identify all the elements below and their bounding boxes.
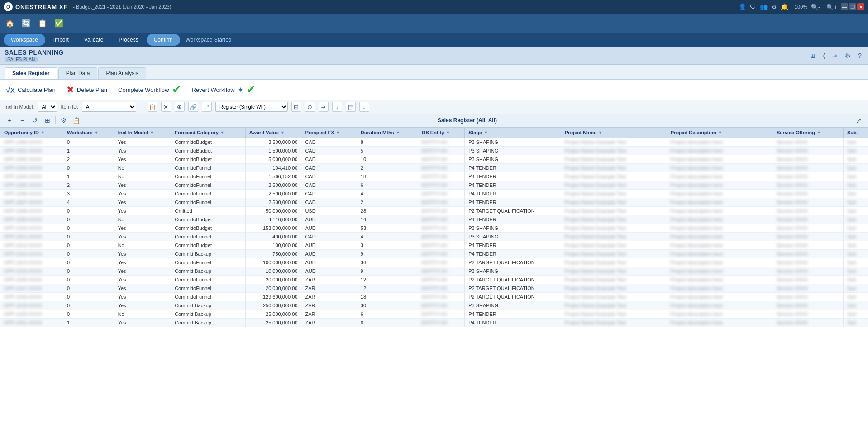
table-row[interactable]: OPP-1020-XXXX0NoCommitt Backup25,000,000… <box>0 310 868 319</box>
add-row-btn[interactable]: + <box>5 115 14 125</box>
table-row[interactable]: OPP-1015-XXXX0YesCommitt Backup10,000,00… <box>0 267 868 276</box>
zoom-out-btn[interactable]: 🔍- <box>811 4 820 10</box>
table-row[interactable]: OPP-1019-XXXX0YesCommitt Backup250,000,0… <box>0 301 868 310</box>
workflow-process[interactable]: Process <box>111 34 145 46</box>
col-prospect-fx[interactable]: Prospect FX ▼ <box>301 128 357 138</box>
table-row[interactable]: OPP-1002-XXXX2YesCommittoBudget5,000,000… <box>0 155 868 164</box>
filter-triangle-incl[interactable]: ▼ <box>150 130 154 135</box>
remove-row-btn[interactable]: − <box>17 115 27 125</box>
settings-icon[interactable]: ⚙ <box>771 3 777 10</box>
item-id-select[interactable]: All <box>82 102 136 112</box>
workflow-validate[interactable]: Validate <box>77 34 110 46</box>
workflow-import[interactable]: Import <box>46 34 76 46</box>
col-duration[interactable]: Duration Mths ▼ <box>357 128 418 138</box>
col-opportunity-id[interactable]: Opportunity ID ▼ <box>0 128 63 138</box>
shield-icon[interactable]: 🛡 <box>750 3 756 10</box>
filter-circle-icon[interactable]: ⊙ <box>305 102 315 112</box>
group-icon[interactable]: 👥 <box>760 3 768 10</box>
expand-table-btn[interactable]: ⤢ <box>854 115 863 125</box>
table-row[interactable]: OPP-1007-XXXX4YesCommittoFunnel2,500,000… <box>0 198 868 207</box>
filter-link-icon[interactable]: 🔗 <box>188 102 198 112</box>
workflow-workspace[interactable]: Workspace <box>4 34 45 46</box>
filter-triangle-desc[interactable]: ▼ <box>718 130 722 135</box>
table-row[interactable]: OPP-1001-XXXX1YesCommittoBudget1,500,000… <box>0 147 868 155</box>
filter-copy-icon[interactable]: 📋 <box>148 102 157 112</box>
filter-arrow-right-icon[interactable]: ➜ <box>319 102 329 112</box>
table-row[interactable]: OPP-1021-XXXX1YesCommitt Backup25,000,00… <box>0 319 868 327</box>
filter-triangle-award[interactable]: ▼ <box>281 130 285 135</box>
filter-clear-icon[interactable]: ✕ <box>161 102 171 112</box>
workflow-confirm[interactable]: Confirm <box>147 34 180 46</box>
filter-up-icon[interactable]: ▤ <box>346 102 356 112</box>
incl-model-select[interactable]: All <box>38 102 57 112</box>
bell-icon[interactable]: 🔔 <box>781 3 788 10</box>
config-btn[interactable]: ⚙ <box>58 115 68 125</box>
export-icon[interactable]: ⇥ <box>830 51 839 60</box>
zoom-in-btn[interactable]: 🔍+ <box>826 4 837 10</box>
table-row[interactable]: OPP-1012-XXXX0NoCommittoBudget100,000.00… <box>0 241 868 250</box>
filter-triangle-duration[interactable]: ▼ <box>396 130 400 135</box>
filter-grid-icon[interactable]: ⊞ <box>291 102 301 112</box>
delete-plan-btn[interactable]: ✖ Delete Plan <box>67 84 107 95</box>
filter-down-icon[interactable]: ↓ <box>332 102 342 112</box>
filter-triangle-forecast[interactable]: ▼ <box>220 130 224 135</box>
app-help-icon[interactable]: ? <box>856 51 863 60</box>
table-row[interactable]: OPP-1004-XXXX1NoCommittoFunnel1,566,152.… <box>0 172 868 181</box>
col-incl-in-model[interactable]: Incl In Model ▼ <box>114 128 171 138</box>
col-project-name[interactable]: Project Name ▼ <box>561 128 667 138</box>
filter-triangle-fx[interactable]: ▼ <box>336 130 340 135</box>
table-row[interactable]: OPP-1008-XXXX0YesOmitted50,000,000.00USD… <box>0 207 868 215</box>
filter-triangle-stage[interactable]: ▼ <box>484 130 488 135</box>
filter-merge-icon[interactable]: ⊕ <box>175 102 185 112</box>
table-row[interactable]: OPP-1003-XXXX0NoCommittoFunnel104,410.00… <box>0 164 868 172</box>
app-settings-icon[interactable]: ⚙ <box>843 51 853 60</box>
col-service-offering[interactable]: Service Offering ▼ <box>773 128 843 138</box>
filter-triangle-entity[interactable]: ▼ <box>446 130 450 135</box>
revert-workflow-btn[interactable]: Revert Workflow ✦ ✔ <box>192 83 255 96</box>
filter-triangle-workshare[interactable]: ▼ <box>95 130 99 135</box>
calculate-plan-btn[interactable]: √x Calculate Plan <box>5 85 56 95</box>
copy-btn[interactable]: 📋 <box>35 17 50 29</box>
table-row[interactable]: OPP-1000-XXXX0YesCommittoBudget3,500,000… <box>0 138 868 147</box>
export-btn[interactable]: 📋 <box>71 115 81 125</box>
filter-triangle-service[interactable]: ▼ <box>817 130 821 135</box>
col-sub[interactable]: Sub- <box>843 128 868 138</box>
col-os-entity[interactable]: OS Entity ▼ <box>418 128 464 138</box>
share-icon[interactable]: ⟨ <box>821 51 827 60</box>
col-award-value[interactable]: Award Value ▼ <box>245 128 301 138</box>
table-row[interactable]: OPP-1009-XXXX0NoCommittoBudget4,116,000.… <box>0 215 868 224</box>
table-row[interactable]: OPP-1005-XXXX2YesCommittoFunnel2,500,000… <box>0 181 868 190</box>
col-stage[interactable]: Stage ▼ <box>465 128 561 138</box>
maximize-btn[interactable]: ❐ <box>849 3 856 10</box>
register-select[interactable]: Register (Single WF) <box>215 102 288 112</box>
col-workshare[interactable]: Workshare ▼ <box>63 128 114 138</box>
col-forecast-category[interactable]: Forecast Category ▼ <box>171 128 246 138</box>
close-btn[interactable]: ✕ <box>857 3 864 10</box>
table-container[interactable]: Opportunity ID ▼ Workshare ▼ <box>0 127 868 448</box>
tab-sales-register[interactable]: Sales Register <box>5 67 57 79</box>
check-btn[interactable]: ✅ <box>52 17 66 29</box>
table-row[interactable]: OPP-1010-XXXX0YesCommittoBudget153,000,0… <box>0 224 868 233</box>
columns-btn[interactable]: ⊞ <box>43 115 52 125</box>
reload-btn[interactable]: ↺ <box>30 115 40 125</box>
complete-workflow-btn[interactable]: Complete Workflow ✔ <box>118 83 181 96</box>
table-row[interactable]: OPP-1018-XXXX0YesCommittoFunnel129,600,0… <box>0 293 868 301</box>
tab-plan-data[interactable]: Plan Data <box>58 67 98 79</box>
filter-unlink-icon[interactable]: ⇄ <box>202 102 212 112</box>
table-row[interactable]: OPP-1006-XXXX3YesCommittoFunnel2,500,000… <box>0 190 868 198</box>
grid-icon[interactable]: ⊞ <box>808 51 817 60</box>
table-row[interactable]: OPP-1014-XXXX0YesCommittoFunnel100,000,0… <box>0 258 868 267</box>
table-row[interactable]: OPP-1016-XXXX0YesCommittoFunnel20,000,00… <box>0 276 868 284</box>
table-row[interactable]: OPP-1017-XXXX0YesCommittoFunnel20,000,00… <box>0 284 868 293</box>
minimize-btn[interactable]: — <box>841 3 848 10</box>
tab-plan-analysis[interactable]: Plan Analysis <box>98 67 146 79</box>
table-row[interactable]: OPP-1013-XXXX0YesCommitt Backup750,000.0… <box>0 250 868 258</box>
table-row[interactable]: OPP-1011-XXXX0YesCommittoFunnel400,000.0… <box>0 233 868 241</box>
col-project-desc[interactable]: Project Description ▼ <box>667 128 773 138</box>
filter-download-icon[interactable]: ⤓ <box>359 102 369 112</box>
refresh-btn[interactable]: 🔄 <box>19 17 33 29</box>
filter-triangle-opportunity[interactable]: ▼ <box>41 130 45 135</box>
user-icon[interactable]: 👤 <box>739 3 746 10</box>
home-btn[interactable]: 🏠 <box>3 17 17 29</box>
filter-triangle-project[interactable]: ▼ <box>598 130 602 135</box>
